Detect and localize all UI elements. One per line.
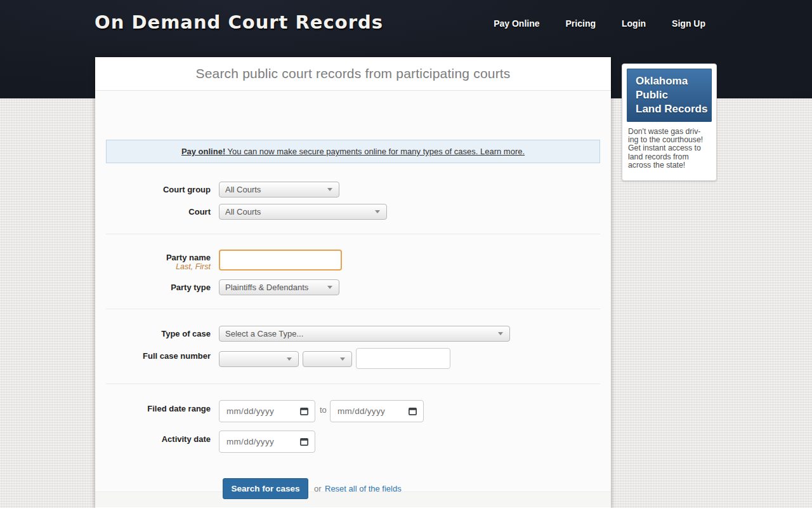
site-logo[interactable]: On Demand Court Records [95,11,383,33]
chevron-down-icon [498,332,503,335]
activity-date-label: Activity date [95,434,211,444]
ad-body-line: land records from [628,153,711,161]
court-select[interactable]: All Courts [219,204,387,220]
pay-online-banner-text: You can now make secure payments online … [225,147,525,156]
party-name-input[interactable] [219,250,342,271]
chevron-down-icon [287,358,292,361]
reset-fields-link[interactable]: Reset all of the fields [325,484,402,493]
search-form: Pay online! You can now make secure paym… [95,91,611,491]
case-number-type-select[interactable] [303,351,352,367]
case-number-year-select[interactable] [219,351,299,367]
ad-title-line: Public [636,88,711,102]
pay-online-banner: Pay online! You can now make secure paym… [106,140,600,163]
filed-date-to-placeholder: mm/dd/yyyy [331,406,408,416]
court-group-select[interactable]: All Courts [219,182,339,197]
or-word: or [314,484,322,493]
calendar-icon[interactable] [299,437,309,446]
filed-date-to-input[interactable]: mm/dd/yyyy [330,400,424,422]
calendar-icon[interactable] [408,406,417,416]
search-panel: Search public court records from partici… [95,57,611,508]
party-name-hint: Last, First [95,262,211,271]
party-type-label: Party type [95,283,211,292]
land-records-ad-banner: Oklahoma Public Land Records [627,69,712,122]
party-type-select[interactable]: Plaintiffs & Defendants [219,279,339,295]
ad-title-line: Land Records [636,102,711,116]
section-divider [106,384,600,384]
filed-date-from-input[interactable]: mm/dd/yyyy [219,400,315,422]
chevron-down-icon [340,358,345,361]
court-select-value: All Courts [219,207,375,217]
activity-date-input[interactable]: mm/dd/yyyy [219,431,315,453]
land-records-ad[interactable]: Oklahoma Public Land Records Don't waste… [622,64,717,181]
case-number-input[interactable] [356,348,450,369]
pay-online-banner-link[interactable]: Pay online! You can now make secure paym… [181,147,525,156]
case-number-label: Full case number [95,351,211,361]
section-divider [106,234,600,234]
activity-date-placeholder: mm/dd/yyyy [219,437,299,446]
ad-body-line: Get instant access to [628,144,711,152]
filed-date-label: Filed date range [95,404,211,413]
court-group-select-value: All Courts [219,185,327,194]
main-nav: Pay Online Pricing Login Sign Up [494,18,705,29]
case-type-select-value: Select a Case Type... [219,329,498,338]
filed-date-to-word: to [320,405,327,415]
nav-login[interactable]: Login [622,18,646,29]
party-name-label: Party name [95,253,211,262]
pay-online-banner-bold: Pay online! [181,147,225,156]
page-title: Search public court records from partici… [195,66,510,81]
ad-title-line: Oklahoma [636,74,711,88]
filed-date-from-placeholder: mm/dd/yyyy [219,406,299,416]
chevron-down-icon [327,286,332,289]
chevron-down-icon [375,210,380,213]
calendar-icon[interactable] [299,406,309,416]
land-records-ad-text: Don't waste gas driv- ing to the courtho… [628,128,711,170]
nav-pricing[interactable]: Pricing [566,18,596,29]
chevron-down-icon [327,188,332,191]
ad-body-line: across the state! [628,161,711,170]
party-type-select-value: Plaintiffs & Defendants [219,283,327,292]
search-for-cases-button[interactable]: Search for cases [223,478,308,499]
court-label: Court [95,207,211,217]
section-divider [106,309,600,309]
nav-pay-online[interactable]: Pay Online [494,18,539,29]
nav-sign-up[interactable]: Sign Up [672,18,705,29]
court-group-label: Court group [95,185,211,194]
panel-title-bar: Search public court records from partici… [95,57,611,91]
panel-footer-strip [95,491,611,507]
case-type-select[interactable]: Select a Case Type... [219,326,510,342]
case-type-label: Type of case [95,329,211,338]
